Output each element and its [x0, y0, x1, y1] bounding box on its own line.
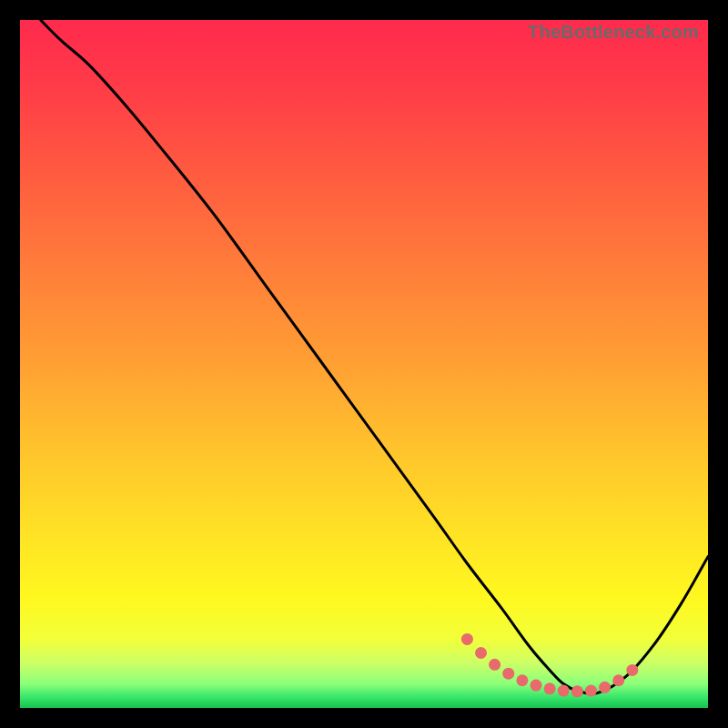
highlight-dot	[461, 633, 473, 645]
highlight-dot	[571, 685, 583, 697]
highlight-dot	[516, 674, 528, 686]
gradient-background	[20, 20, 708, 708]
highlight-dot	[544, 682, 556, 694]
highlight-dot	[626, 664, 638, 676]
highlight-dot	[599, 682, 611, 693]
highlight-dot	[558, 685, 570, 697]
highlight-dot	[531, 680, 542, 692]
chart-canvas	[20, 20, 708, 708]
highlight-dot	[489, 659, 500, 671]
highlight-dot	[475, 647, 487, 659]
highlight-dot	[585, 685, 597, 697]
watermark-text: TheBottleneck.com	[528, 22, 699, 43]
highlight-dot	[502, 668, 514, 680]
chart-frame: TheBottleneck.com	[20, 20, 708, 708]
highlight-dot	[612, 674, 624, 686]
